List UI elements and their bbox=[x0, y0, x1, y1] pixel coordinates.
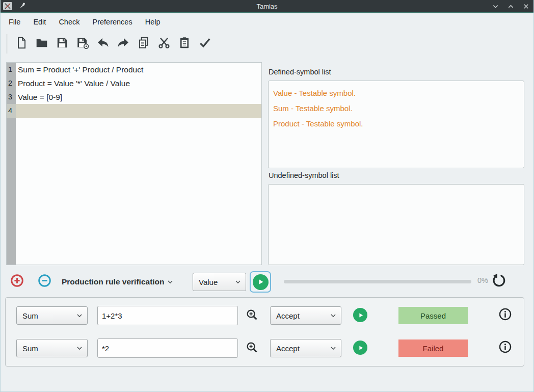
play-icon bbox=[353, 341, 367, 355]
defined-symbol-item[interactable]: Value - Testable symbol. bbox=[273, 86, 519, 101]
line-number: 4 bbox=[7, 104, 16, 118]
app-window: Tamias File Edit Check Preferences Help bbox=[0, 0, 534, 392]
expected-result-dropdown[interactable]: Accept bbox=[270, 306, 341, 325]
test-status-badge: Passed bbox=[398, 307, 468, 324]
minimize-button[interactable] bbox=[492, 3, 499, 10]
line-number: 2 bbox=[7, 76, 16, 90]
test-cases-panel: Sum Accept Passed bbox=[5, 297, 524, 367]
run-all-tests-button[interactable] bbox=[250, 271, 271, 293]
test-status-badge: Failed bbox=[398, 339, 468, 357]
chevron-down-icon bbox=[330, 312, 336, 319]
line-number: 3 bbox=[7, 90, 16, 104]
progress-percent: 0% bbox=[477, 276, 488, 284]
line-text: Sum = Product '+' Product / Product bbox=[16, 63, 261, 76]
reload-icon bbox=[490, 273, 506, 291]
undefined-symbol-list[interactable] bbox=[268, 184, 524, 265]
test-row: Sum Accept Passed bbox=[6, 306, 524, 325]
redo-button[interactable] bbox=[116, 37, 130, 51]
inspect-test-button[interactable] bbox=[245, 341, 259, 355]
editor-line: 1 Sum = Product '+' Product / Product bbox=[7, 63, 261, 76]
info-icon bbox=[498, 307, 512, 323]
defined-symbol-item[interactable]: Sum - Testable symbol. bbox=[273, 101, 519, 116]
test-symbol-value: Sum bbox=[22, 311, 38, 320]
save-button[interactable] bbox=[55, 37, 69, 51]
verification-mode-dropdown[interactable]: Production rule verification bbox=[62, 273, 173, 291]
run-test-button[interactable] bbox=[353, 341, 367, 355]
copy-icon bbox=[137, 36, 150, 51]
verification-mode-label: Production rule verification bbox=[62, 277, 165, 286]
add-test-button[interactable] bbox=[10, 275, 24, 289]
test-input-field[interactable] bbox=[97, 338, 238, 358]
toolbar bbox=[1, 32, 533, 56]
paste-button[interactable] bbox=[177, 37, 191, 51]
chevron-down-icon bbox=[167, 279, 173, 285]
remove-test-button[interactable] bbox=[38, 275, 51, 289]
save-icon bbox=[56, 36, 69, 51]
undo-button[interactable] bbox=[96, 37, 110, 51]
info-icon bbox=[498, 340, 512, 356]
menu-preferences[interactable]: Preferences bbox=[91, 16, 133, 28]
menu-check[interactable]: Check bbox=[58, 16, 81, 28]
expected-result-value: Accept bbox=[276, 344, 300, 353]
progress-bar bbox=[284, 280, 471, 283]
magnifier-plus-icon bbox=[245, 308, 259, 324]
test-row: Sum Accept Failed bbox=[6, 338, 524, 358]
magnifier-plus-icon bbox=[245, 341, 259, 356]
defined-symbol-item[interactable]: Product - Testable symbol. bbox=[273, 116, 519, 132]
editor-line: 2 Product = Value '*' Value / Value bbox=[7, 76, 261, 90]
test-symbol-dropdown[interactable]: Sum bbox=[16, 339, 88, 357]
new-document-icon bbox=[15, 36, 28, 51]
inspect-test-button[interactable] bbox=[245, 308, 259, 323]
title-bar: Tamias bbox=[1, 0, 533, 13]
copy-button[interactable] bbox=[137, 37, 150, 51]
open-folder-icon bbox=[35, 36, 48, 51]
menu-help[interactable]: Help bbox=[144, 16, 162, 28]
menu-file[interactable]: File bbox=[8, 16, 21, 28]
test-info-button[interactable] bbox=[498, 308, 512, 322]
minus-circle-icon bbox=[38, 274, 51, 290]
line-text: Value = [0-9] bbox=[16, 90, 261, 104]
chevron-down-icon bbox=[76, 312, 83, 319]
save-as-button[interactable] bbox=[75, 37, 89, 51]
close-button[interactable] bbox=[522, 3, 529, 10]
test-symbol-value: Sum bbox=[22, 344, 38, 353]
clipboard-icon bbox=[178, 36, 191, 51]
verification-control-row: Production rule verification Value 0% bbox=[1, 269, 533, 295]
chevron-down-icon bbox=[235, 279, 241, 285]
editor-line: 3 Value = [0-9] bbox=[7, 90, 261, 104]
expected-result-dropdown[interactable]: Accept bbox=[270, 339, 341, 357]
start-symbol-dropdown[interactable]: Value bbox=[193, 273, 246, 291]
undefined-symbol-list-label: Undefined-symbol list bbox=[269, 171, 339, 179]
window-title: Tamias bbox=[1, 3, 533, 10]
test-input-field[interactable] bbox=[97, 306, 238, 325]
save-as-icon bbox=[76, 36, 89, 51]
play-icon bbox=[253, 274, 269, 290]
line-text: Product = Value '*' Value / Value bbox=[16, 76, 261, 90]
defined-symbol-list[interactable]: Value - Testable symbol. Sum - Testable … bbox=[268, 81, 524, 168]
symbol-panel: Defined-symbol list Value - Testable sym… bbox=[268, 62, 524, 265]
open-file-button[interactable] bbox=[35, 37, 48, 51]
line-text bbox=[16, 104, 261, 118]
test-info-button[interactable] bbox=[498, 341, 512, 355]
plus-circle-icon bbox=[10, 274, 24, 290]
reset-button[interactable] bbox=[490, 273, 506, 290]
menu-bar: File Edit Check Preferences Help bbox=[1, 14, 533, 30]
check-grammar-button[interactable] bbox=[198, 37, 211, 51]
editor-line-current: 4 bbox=[7, 104, 261, 118]
line-number: 1 bbox=[7, 63, 16, 76]
run-test-button[interactable] bbox=[353, 308, 367, 322]
toolbar-handle[interactable] bbox=[7, 34, 8, 54]
test-symbol-dropdown[interactable]: Sum bbox=[16, 306, 88, 325]
undo-icon bbox=[96, 36, 110, 51]
defined-symbol-list-label: Defined-symbol list bbox=[269, 68, 331, 76]
expected-result-value: Accept bbox=[276, 311, 300, 320]
chevron-down-icon bbox=[76, 345, 83, 351]
grammar-editor[interactable]: 1 Sum = Product '+' Product / Product 2 … bbox=[6, 62, 262, 265]
new-document-button[interactable] bbox=[14, 37, 28, 51]
redo-icon bbox=[117, 36, 130, 51]
play-icon bbox=[353, 308, 367, 322]
menu-edit[interactable]: Edit bbox=[32, 16, 47, 28]
chevron-down-icon bbox=[330, 345, 336, 351]
maximize-button[interactable] bbox=[507, 3, 514, 10]
cut-button[interactable] bbox=[157, 37, 171, 51]
